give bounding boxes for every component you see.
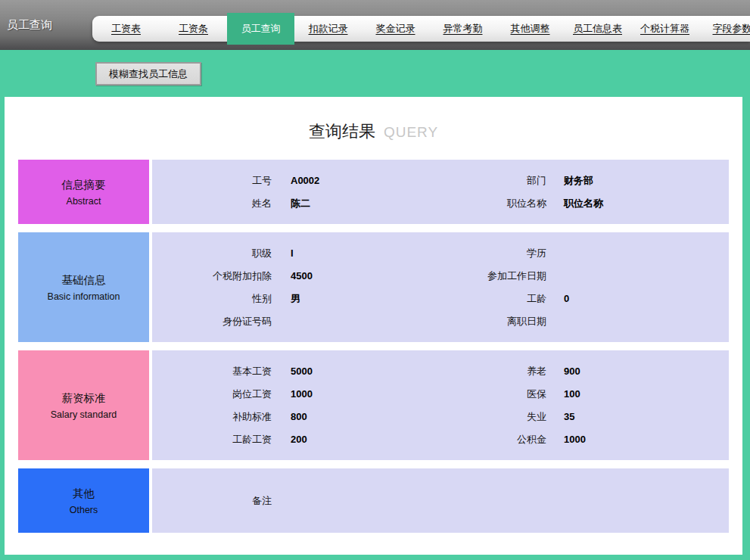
field-row: 身份证号码 xyxy=(152,310,440,333)
field-row: 个税附加扣除4500 xyxy=(152,265,440,288)
field-value: 900 xyxy=(564,366,580,377)
field-label: 工龄 xyxy=(440,292,546,306)
window-title: 员工查询 xyxy=(7,18,52,33)
field-row: 性别男 xyxy=(152,288,440,310)
field-row: 基本工资5000 xyxy=(152,360,440,383)
field-value: 陈二 xyxy=(291,197,310,210)
field-value: 35 xyxy=(564,411,574,422)
tab-9[interactable]: 个税计算器 xyxy=(631,16,699,42)
section-label-basic-information: 基础信息Basic information xyxy=(18,232,149,342)
query-result-panel: 查询结果QUERY 信息摘要Abstract工号A0002姓名陈二部门财务部职位… xyxy=(5,97,742,555)
field-row: 工龄0 xyxy=(440,288,729,310)
field-label: 工龄工资 xyxy=(152,433,272,446)
field-value: 1000 xyxy=(564,434,586,445)
page-title: 查询结果QUERY xyxy=(18,97,729,144)
field-label: 医保 xyxy=(440,387,546,401)
field-row: 参加工作日期 xyxy=(440,265,729,288)
section-label-abstract: 信息摘要Abstract xyxy=(18,160,149,224)
section-content-abstract: 工号A0002姓名陈二部门财务部职位名称职位名称 xyxy=(152,160,729,224)
page-title-en: QUERY xyxy=(384,124,438,140)
field-column: 工号A0002姓名陈二 xyxy=(152,160,440,224)
tab-label: 个税计算器 xyxy=(640,22,689,36)
field-label: 个税附加扣除 xyxy=(152,269,272,283)
field-column: 部门财务部职位名称职位名称 xyxy=(440,160,729,224)
field-row: 工龄工资200 xyxy=(152,428,440,451)
section-name-zh: 薪资标准 xyxy=(62,391,106,406)
field-value: 职位名称 xyxy=(564,197,603,210)
tab-8[interactable]: 员工信息表 xyxy=(564,16,631,42)
section-name-en: Others xyxy=(70,505,98,515)
header-bar: 员工查询 工资表工资条员工查询扣款记录奖金记录异常考勤其他调整员工信息表个税计算… xyxy=(0,0,750,50)
field-row: 备注 xyxy=(152,490,440,512)
section-basic-information: 基础信息Basic information职级I个税附加扣除4500性别男身份证… xyxy=(18,232,729,342)
field-row: 工号A0002 xyxy=(152,170,440,192)
field-value: 1000 xyxy=(291,388,313,400)
field-value: 100 xyxy=(564,388,580,400)
field-row: 离职日期 xyxy=(440,310,729,333)
section-content-others: 备注 xyxy=(152,468,729,533)
field-row: 公积金1000 xyxy=(440,428,729,451)
field-label: 部门 xyxy=(440,174,546,188)
tab-strip: 工资表工资条员工查询扣款记录奖金记录异常考勤其他调整员工信息表个税计算器字段参数 xyxy=(92,16,750,42)
tab-label: 工资条 xyxy=(179,22,208,36)
field-label: 基本工资 xyxy=(152,365,272,378)
section-salary-standard: 薪资标准Salary standard基本工资5000岗位工资1000补助标准8… xyxy=(18,350,729,460)
field-value: 0 xyxy=(564,293,569,304)
section-content-basic-information: 职级I个税附加扣除4500性别男身份证号码学历参加工作日期工龄0离职日期 xyxy=(152,232,729,342)
field-row: 医保100 xyxy=(440,383,729,406)
section-label-salary-standard: 薪资标准Salary standard xyxy=(18,350,149,460)
section-name-zh: 基础信息 xyxy=(62,273,106,288)
field-label: 身份证号码 xyxy=(152,315,272,328)
tab-2[interactable]: 工资条 xyxy=(160,16,227,42)
toolbar-band: 模糊查找员工信息 xyxy=(0,50,750,97)
field-row: 部门财务部 xyxy=(440,170,729,192)
field-label: 失业 xyxy=(440,410,546,424)
tab-7[interactable]: 其他调整 xyxy=(496,16,564,42)
fuzzy-search-button[interactable]: 模糊查找员工信息 xyxy=(95,62,201,86)
field-row: 岗位工资1000 xyxy=(152,383,440,406)
tab-3-active[interactable]: 员工查询 xyxy=(227,13,294,45)
tab-4[interactable]: 扣款记录 xyxy=(294,16,362,42)
field-row: 职位名称职位名称 xyxy=(440,192,729,215)
field-label: 职级 xyxy=(152,247,272,260)
app-window: { "window": { "title": "员工查询" }, "tabs":… xyxy=(0,0,750,560)
section-name-en: Abstract xyxy=(67,196,101,207)
field-label: 性别 xyxy=(152,292,272,306)
field-label: 工号 xyxy=(152,174,272,188)
field-label: 补助标准 xyxy=(152,410,272,424)
field-label: 参加工作日期 xyxy=(440,269,546,283)
field-value: 男 xyxy=(291,292,300,306)
section-label-others: 其他Others xyxy=(18,468,149,533)
field-value: I xyxy=(291,247,294,259)
field-value: 800 xyxy=(291,411,307,422)
tab-6[interactable]: 异常考勤 xyxy=(429,16,496,42)
field-label: 姓名 xyxy=(152,197,272,210)
field-column: 基本工资5000岗位工资1000补助标准800工龄工资200 xyxy=(152,350,440,460)
field-label: 离职日期 xyxy=(440,315,546,328)
field-column: 备注 xyxy=(152,468,440,533)
field-row: 学历 xyxy=(440,242,729,265)
field-value: 200 xyxy=(291,434,307,445)
tab-1[interactable]: 工资表 xyxy=(92,16,160,42)
section-name-en: Salary standard xyxy=(51,409,117,420)
field-label: 职位名称 xyxy=(440,197,546,210)
section-content-salary-standard: 基本工资5000岗位工资1000补助标准800工龄工资200养老900医保100… xyxy=(152,350,729,460)
field-value: 5000 xyxy=(291,366,313,377)
field-column xyxy=(440,468,729,533)
tab-label: 字段参数 xyxy=(713,22,750,36)
field-label: 备注 xyxy=(152,494,272,508)
field-value: 4500 xyxy=(291,270,313,282)
field-value: 财务部 xyxy=(564,174,593,188)
field-column: 养老900医保100失业35公积金1000 xyxy=(440,350,729,460)
field-row: 补助标准800 xyxy=(152,406,440,428)
sections-container: 信息摘要Abstract工号A0002姓名陈二部门财务部职位名称职位名称基础信息… xyxy=(18,160,729,533)
tab-label: 工资表 xyxy=(111,22,141,36)
field-row: 养老900 xyxy=(440,360,729,383)
page-title-zh: 查询结果 xyxy=(309,122,375,141)
tab-5[interactable]: 奖金记录 xyxy=(362,16,429,42)
section-name-zh: 其他 xyxy=(73,487,95,501)
field-column: 学历参加工作日期工龄0离职日期 xyxy=(440,232,729,342)
tab-10[interactable]: 字段参数 xyxy=(699,16,750,42)
field-label: 岗位工资 xyxy=(152,387,272,401)
tab-label: 员工信息表 xyxy=(573,22,622,36)
